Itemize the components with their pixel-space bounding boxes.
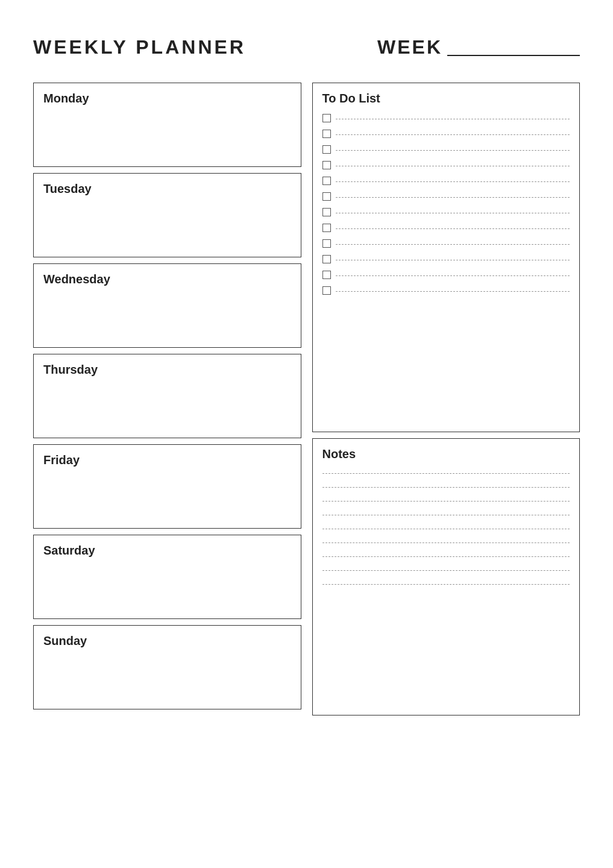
notes-line-4 [322,515,570,515]
notes-line-2 [322,487,570,488]
checkbox-11[interactable] [322,271,331,279]
checkbox-5[interactable] [322,177,331,185]
sunday-box: Sunday [33,625,301,709]
todo-line-2 [336,134,570,135]
todo-line-6 [336,197,570,198]
checkbox-9[interactable] [322,239,331,248]
checkbox-6[interactable] [322,192,331,201]
todo-item-7 [322,208,570,216]
todo-line-11 [336,275,570,276]
todo-item-6 [322,192,570,201]
checkbox-12[interactable] [322,286,331,295]
notes-line-6 [322,542,570,543]
week-label: WEEK [377,36,580,58]
monday-label: Monday [43,92,291,105]
todo-line-5 [336,181,570,182]
week-line [447,55,580,56]
todo-item-8 [322,224,570,232]
todo-item-5 [322,177,570,185]
todo-line-7 [336,213,570,213]
todo-item-10 [322,255,570,263]
sunday-label: Sunday [43,634,291,648]
notes-line-3 [322,501,570,502]
checkbox-1[interactable] [322,114,331,122]
notes-line-5 [322,529,570,529]
todo-line-10 [336,260,570,260]
main-grid: Monday Tuesday Wednesday Thursday Friday… [33,83,580,715]
saturday-label: Saturday [43,544,291,558]
tuesday-label: Tuesday [43,182,291,196]
monday-box: Monday [33,83,301,167]
todo-line-12 [336,291,570,292]
days-column: Monday Tuesday Wednesday Thursday Friday… [33,83,301,715]
notes-label: Notes [322,447,570,461]
todo-item-4 [322,161,570,169]
checkbox-7[interactable] [322,208,331,216]
wednesday-label: Wednesday [43,272,291,286]
page-title: WEEKLY PLANNER [33,36,246,58]
todo-line-1 [336,119,570,119]
todo-line-3 [336,150,570,151]
notes-box: Notes [312,438,580,715]
todo-item-9 [322,239,570,248]
todo-label: To Do List [322,92,570,105]
todo-item-1 [322,114,570,122]
friday-label: Friday [43,453,291,467]
checkbox-3[interactable] [322,145,331,154]
page-header: WEEKLY PLANNER WEEK [33,36,580,58]
todo-item-2 [322,130,570,138]
notes-line-9 [322,584,570,585]
right-column: To Do List [312,83,580,715]
checkbox-8[interactable] [322,224,331,232]
todo-item-3 [322,145,570,154]
todo-box: To Do List [312,83,580,432]
todo-line-4 [336,166,570,166]
todo-line-9 [336,244,570,245]
thursday-label: Thursday [43,363,291,377]
checkbox-2[interactable] [322,130,331,138]
notes-line-7 [322,556,570,557]
thursday-box: Thursday [33,354,301,438]
checkbox-10[interactable] [322,255,331,263]
checkbox-4[interactable] [322,161,331,169]
notes-line-1 [322,473,570,474]
todo-item-11 [322,271,570,279]
wednesday-box: Wednesday [33,263,301,348]
notes-line-8 [322,570,570,571]
todo-item-12 [322,286,570,295]
tuesday-box: Tuesday [33,173,301,257]
todo-line-8 [336,228,570,229]
friday-box: Friday [33,444,301,529]
saturday-box: Saturday [33,535,301,619]
